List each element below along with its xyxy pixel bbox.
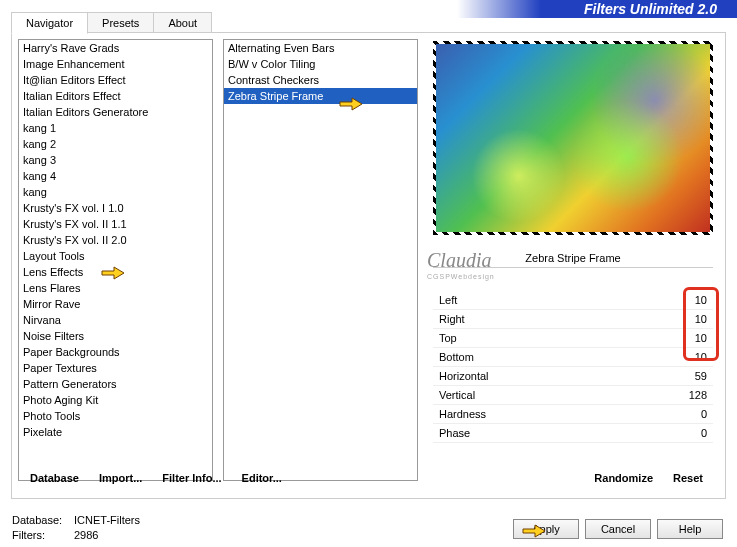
param-name: Left xyxy=(439,294,457,306)
category-item[interactable]: Mirror Rave xyxy=(19,296,212,312)
filter-preview xyxy=(433,41,713,235)
filter-info-button[interactable]: Filter Info... xyxy=(154,468,229,488)
param-row[interactable]: Hardness0 xyxy=(433,405,713,424)
database-button[interactable]: Database xyxy=(22,468,87,488)
category-item[interactable]: Nirvana xyxy=(19,312,212,328)
filter-item[interactable]: Contrast Checkers xyxy=(224,72,417,88)
category-item[interactable]: Lens Flares xyxy=(19,280,212,296)
param-name: Vertical xyxy=(439,389,475,401)
db-label: Database: xyxy=(12,513,74,528)
reset-button[interactable]: Reset xyxy=(665,468,711,488)
apply-button[interactable]: Apply xyxy=(513,519,579,539)
category-item[interactable]: Pattern Generators xyxy=(19,376,212,392)
filters-label: Filters: xyxy=(12,528,74,543)
tab-content: Harry's Rave GradsImage EnhancementIt@li… xyxy=(11,32,726,499)
param-row[interactable]: Right10 xyxy=(433,310,713,329)
category-item[interactable]: Paper Backgrounds xyxy=(19,344,212,360)
param-value: 0 xyxy=(701,408,707,420)
category-item[interactable]: Layout Tools xyxy=(19,248,212,264)
action-buttons: Apply Cancel Help xyxy=(513,519,723,539)
filter-item[interactable]: Alternating Even Bars xyxy=(224,40,417,56)
param-name: Right xyxy=(439,313,465,325)
category-item[interactable]: Photo Aging Kit xyxy=(19,392,212,408)
param-value: 10 xyxy=(695,332,707,344)
category-item[interactable]: kang 4 xyxy=(19,168,212,184)
param-row[interactable]: Vertical128 xyxy=(433,386,713,405)
randomize-button[interactable]: Randomize xyxy=(586,468,661,488)
param-value: 10 xyxy=(695,294,707,306)
param-value: 10 xyxy=(695,351,707,363)
category-item[interactable]: Krusty's FX vol. II 1.1 xyxy=(19,216,212,232)
param-name: Hardness xyxy=(439,408,486,420)
watermark-subtext: CGSPWebdesign xyxy=(427,273,495,280)
category-item[interactable]: Image Enhancement xyxy=(19,56,212,72)
category-item[interactable]: Italian Editors Effect xyxy=(19,88,212,104)
db-value: ICNET-Filters xyxy=(74,513,140,528)
category-item[interactable]: kang 2 xyxy=(19,136,212,152)
param-row[interactable]: Bottom10 xyxy=(433,348,713,367)
category-item[interactable]: Krusty's FX vol. I 1.0 xyxy=(19,200,212,216)
parameter-list: Left10Right10Top10Bottom10Horizontal59Ve… xyxy=(433,291,713,443)
category-item[interactable]: Italian Editors Generatore xyxy=(19,104,212,120)
category-item[interactable]: It@lian Editors Effect xyxy=(19,72,212,88)
category-item[interactable]: kang xyxy=(19,184,212,200)
category-item[interactable]: Lens Effects xyxy=(19,264,212,280)
status-footer: Database:ICNET-Filters Filters:2986 xyxy=(12,513,140,543)
category-item[interactable]: kang 1 xyxy=(19,120,212,136)
category-item[interactable]: Harry's Rave Grads xyxy=(19,40,212,56)
param-name: Horizontal xyxy=(439,370,489,382)
tabs: Navigator Presets About xyxy=(11,12,211,34)
param-name: Top xyxy=(439,332,457,344)
tab-navigator[interactable]: Navigator xyxy=(11,12,88,34)
category-item[interactable]: Pixelate xyxy=(19,424,212,440)
param-value: 10 xyxy=(695,313,707,325)
watermark-text: Claudia xyxy=(427,249,491,272)
param-row[interactable]: Phase0 xyxy=(433,424,713,443)
tab-presets[interactable]: Presets xyxy=(87,12,154,34)
param-name: Bottom xyxy=(439,351,474,363)
category-item[interactable]: Noise Filters xyxy=(19,328,212,344)
help-button[interactable]: Help xyxy=(657,519,723,539)
param-row[interactable]: Horizontal59 xyxy=(433,367,713,386)
category-item[interactable]: Krusty's FX vol. II 2.0 xyxy=(19,232,212,248)
param-row[interactable]: Top10 xyxy=(433,329,713,348)
filters-value: 2986 xyxy=(74,528,98,543)
panel-footer: Database Import... Filter Info... Editor… xyxy=(12,464,725,492)
filter-list[interactable]: Alternating Even BarsB/W v Color TilingC… xyxy=(223,39,418,481)
import-button[interactable]: Import... xyxy=(91,468,150,488)
category-list[interactable]: Harry's Rave GradsImage EnhancementIt@li… xyxy=(18,39,213,481)
param-row[interactable]: Left10 xyxy=(433,291,713,310)
param-name: Phase xyxy=(439,427,470,439)
param-value: 0 xyxy=(701,427,707,439)
category-item[interactable]: Paper Textures xyxy=(19,360,212,376)
param-value: 128 xyxy=(689,389,707,401)
app-title-bar: Filters Unlimited 2.0 xyxy=(457,0,737,18)
filter-item[interactable]: B/W v Color Tiling xyxy=(224,56,417,72)
cancel-button[interactable]: Cancel xyxy=(585,519,651,539)
filter-item[interactable]: Zebra Stripe Frame xyxy=(224,88,417,104)
editor-button[interactable]: Editor... xyxy=(234,468,290,488)
param-value: 59 xyxy=(695,370,707,382)
tab-about[interactable]: About xyxy=(153,12,212,34)
category-item[interactable]: Photo Tools xyxy=(19,408,212,424)
category-item[interactable]: kang 3 xyxy=(19,152,212,168)
